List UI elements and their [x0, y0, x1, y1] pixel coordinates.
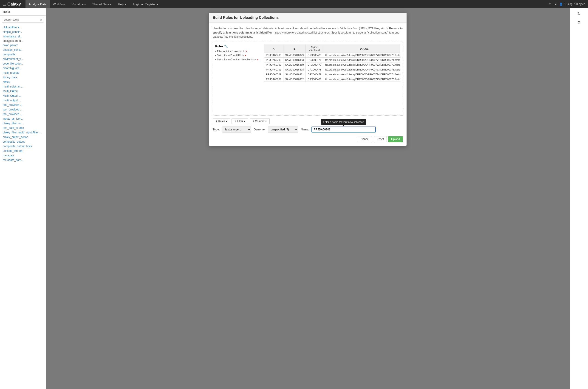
rule-2-delete-icon[interactable]: ✕	[245, 54, 246, 57]
sidebar-item-metadata[interactable]: metadata	[0, 153, 46, 158]
type-select[interactable]: fastqsanger...	[222, 127, 251, 132]
rules-section: Rules 🔧 Filter out first 1 row(s). ✎ ✕	[215, 45, 261, 113]
rules-dropdown-button[interactable]: + Rules ▾	[213, 118, 230, 124]
col-header-b: B	[283, 45, 306, 53]
sidebar-item-multi-output-3[interactable]: multi_output ...	[0, 98, 46, 103]
rule-2-edit-icon[interactable]: ✎	[242, 54, 244, 57]
rules-title: Rules 🔧	[215, 45, 261, 48]
cell-3-c: DRX000478	[306, 67, 324, 72]
sidebar: Tools ✕ Upload File fr... simple_constr.…	[0, 8, 46, 389]
rule-3-edit-icon[interactable]: ✎	[254, 58, 256, 61]
sidebar-item-environment[interactable]: environment_v...	[0, 57, 46, 61]
cell-2-c: DRX000477	[306, 63, 324, 67]
col-header-d: D (URL)	[324, 45, 400, 53]
genome-select[interactable]: unspecified (?)	[268, 127, 298, 132]
sidebar-item-library-data[interactable]: library_data	[0, 75, 46, 80]
sidebar-item-upload-file[interactable]: Upload File fr...	[0, 25, 46, 30]
sidebar-item-inheritance-si[interactable]: inheritance_si...	[0, 34, 46, 39]
nav-analyze-data[interactable]: Analyze Data	[26, 0, 50, 8]
sidebar-item-test-data-source[interactable]: test_data_source	[0, 126, 46, 130]
nav-help[interactable]: Help ▾	[115, 0, 130, 8]
rule-item-1: Filter out first 1 row(s). ✎ ✕	[215, 50, 261, 53]
column-dropdown-button[interactable]: + Column ▾	[250, 118, 270, 124]
cell-0-d: ftp.sra.ebi.ac.uk/vol1/fastq/DRR000/DRR0…	[324, 53, 400, 58]
nav-workflow[interactable]: Workflow	[50, 0, 68, 8]
sidebar-item-simple-constr[interactable]: simple_constr...	[0, 30, 46, 34]
rules-wrench-icon: 🔧	[224, 45, 228, 48]
cell-0-b: SAMD00016379	[283, 53, 306, 58]
cell-1-d: ftp.sra.ebi.ac.uk/vol1/fastq/DRR000/DRR0…	[324, 58, 400, 63]
collection-name-input[interactable]	[311, 127, 376, 132]
cell-0-c: DRX000475	[306, 53, 324, 58]
upload-collections-modal: Build Rules for Uploading Collections Us…	[209, 13, 407, 146]
modal-description: Use this form to describe rules for impo…	[213, 26, 403, 39]
sidebar-item-tool-provided-1[interactable]: tool_provided ...	[0, 103, 46, 107]
rule-2-text: Set column D as URL	[217, 54, 241, 57]
genome-label: Genome:	[254, 128, 265, 131]
cell-5-a: PRJDA60709	[264, 77, 283, 82]
sidebar-item-inputs-as-json[interactable]: inputs_as_json...	[0, 116, 46, 121]
rules-list: Filter out first 1 row(s). ✎ ✕ Set colum…	[215, 50, 261, 61]
filter-dropdown-button[interactable]: + Filter ▾	[231, 118, 248, 124]
sidebar-item-boolean-cond[interactable]: boolean_cond...	[0, 48, 46, 52]
refresh-icon[interactable]: ↻	[576, 10, 583, 17]
nav-grid-icon[interactable]: ⊞	[549, 2, 551, 6]
sidebar-item-multi-output-2[interactable]: Multi_Output ...	[0, 94, 46, 98]
modal-overlay: Build Rules for Uploading Collections Us…	[46, 8, 570, 389]
nav-user-icon[interactable]: 👤	[559, 2, 563, 6]
search-clear-icon[interactable]: ✕	[40, 18, 42, 22]
cell-0-a: PRJDA60709	[264, 53, 283, 58]
data-table-section: A B C (List Identifier) D (URL) PRJDA607…	[264, 45, 400, 113]
sidebar-item-code-file[interactable]: code_file code...	[0, 61, 46, 66]
rule-item-3: Set column C as List Identifier(s) ✎ ✕	[215, 58, 261, 61]
name-input-container: Enter a name for your new collection	[311, 127, 376, 132]
storage-info: Using 700 bytes	[565, 2, 585, 6]
sidebar-item-multi-repeats[interactable]: multi_repeats	[0, 70, 46, 75]
rule-3-delete-icon[interactable]: ✕	[257, 58, 259, 61]
settings-icon[interactable]: ⚙	[576, 19, 583, 26]
sidebar-item-tool-provided-3[interactable]: tool_provided ...	[0, 112, 46, 116]
sidebar-item-metadata-bam[interactable]: metadata_bam...	[0, 158, 46, 162]
sidebar-item-multi-select[interactable]: multi_select m...	[0, 84, 46, 89]
data-table: A B C (List Identifier) D (URL) PRJDA607…	[264, 45, 400, 82]
sidebar-item-disambiguate[interactable]: disambiguate...	[0, 66, 46, 70]
sidebar-item-dbkey-filter[interactable]: dbkey_filter_in...	[0, 121, 46, 126]
nav-visualize[interactable]: Visualize ▾	[68, 0, 89, 8]
sidebar-item-composite-output-tests[interactable]: composite_output_tests	[0, 144, 46, 149]
modal-header: Build Rules for Uploading Collections	[209, 13, 407, 23]
nav-star-icon[interactable]: ★	[554, 2, 556, 6]
upload-button[interactable]: Upload	[388, 136, 403, 142]
search-input[interactable]	[2, 17, 44, 23]
sidebar-item-dbkey-output-action[interactable]: dbkey_output_action	[0, 135, 46, 139]
nav-shared-data[interactable]: Shared Data ▾	[89, 0, 115, 8]
right-panel: ↻ ⚙	[570, 8, 588, 389]
cell-3-a: PRJDA60709	[264, 67, 283, 72]
sidebar-item-composite[interactable]: composite	[0, 52, 46, 57]
action-buttons-row: + Rules ▾ + Filter ▾ + Column ▾	[213, 118, 403, 124]
cell-3-b: SAMD00016378	[283, 67, 306, 72]
sidebar-item-tool-provided-2[interactable]: tool_provided ...	[0, 107, 46, 112]
rule-1-edit-icon[interactable]: ✎	[243, 50, 245, 53]
top-nav: ☰ Galaxy Analyze Data Workflow Visualize…	[0, 0, 588, 8]
sidebar-item-bibtex[interactable]: bibtex	[0, 80, 46, 84]
sidebar-item-color-param[interactable]: color_param	[0, 43, 46, 48]
cell-1-a: PRJDA60709	[264, 58, 283, 63]
cell-4-d: ftp.sra.ebi.ac.uk/vol1/fastq/DRR000/DRR0…	[324, 72, 400, 77]
sidebar-tools-list: Upload File fr... simple_constr... inher…	[0, 24, 46, 389]
rule-1-delete-icon[interactable]: ✕	[245, 50, 247, 53]
sidebar-item-dbkey-filter-multi[interactable]: dbkey_filter_multi_input Filter select o…	[0, 130, 46, 135]
modal-body: Use this form to describe rules for impo…	[209, 23, 407, 146]
name-label: Name:	[301, 128, 309, 131]
nav-login[interactable]: Login or Register ▾	[130, 0, 162, 8]
menu-icon: ☰	[3, 2, 6, 6]
sidebar-item-composite-output[interactable]: composite_output	[0, 139, 46, 144]
cancel-button[interactable]: Cancel	[358, 136, 372, 142]
form-row: Type: fastqsanger... Genome: unspecified…	[213, 127, 403, 132]
app-logo[interactable]: ☰ Galaxy	[3, 2, 21, 7]
reset-button[interactable]: Reset	[374, 136, 387, 142]
cell-5-d: ftp.sra.ebi.ac.uk/vol1/fastq/DRR000/DRR0…	[324, 77, 400, 82]
cell-1-b: SAMD00016383	[283, 58, 306, 63]
sidebar-header: Tools	[0, 8, 46, 16]
sidebar-item-unicode-stream[interactable]: unicode_stream	[0, 149, 46, 153]
sidebar-item-multi-output[interactable]: Multi_Output	[0, 89, 46, 94]
